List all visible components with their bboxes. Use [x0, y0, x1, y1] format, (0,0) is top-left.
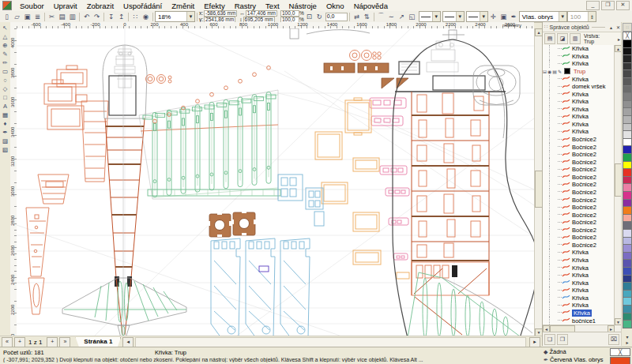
show-object-properties-icon[interactable]: ▤ [544, 33, 555, 44]
layer-row[interactable]: ⊟◉▤✎Trup [543, 68, 615, 76]
object-row[interactable]: Křivka [543, 45, 615, 53]
color-swatch[interactable] [623, 320, 632, 328]
object-row[interactable]: Křivka [543, 272, 615, 280]
outline-swatch[interactable] [610, 357, 630, 364]
edit-across-layers-icon[interactable]: ◪ [557, 33, 568, 44]
wrap-text-icon[interactable]: ◱ [407, 12, 417, 21]
object-row[interactable]: Křivka [543, 310, 615, 317]
object-row[interactable]: Bočnice2 [543, 181, 615, 189]
rotation-field[interactable]: 0,0 [325, 13, 348, 21]
smart-drawing-tool[interactable]: ✏ [1, 59, 9, 67]
print-icon[interactable]: ≣ [32, 12, 43, 21]
eye-icon[interactable]: ◉ [547, 69, 551, 74]
object-row[interactable]: Křivka [543, 279, 615, 287]
tapered-parts-left[interactable] [26, 208, 49, 314]
object-row[interactable]: Bočnice2 [543, 242, 615, 250]
position-fields[interactable]: x:-586,636 mm y:2541,86 mm [199, 10, 237, 24]
object-row[interactable]: Bočnice2 [543, 189, 615, 197]
object-row[interactable]: Křivka [543, 249, 615, 257]
object-row[interactable]: Bočnice2 [543, 151, 615, 159]
object-row[interactable]: Křivka [543, 75, 615, 83]
text-tool[interactable]: A [1, 103, 9, 111]
palette-expand-icon[interactable]: ▸ [622, 340, 632, 346]
docker-flyout-icon[interactable]: ▸ [618, 36, 620, 42]
zoom-level-combo[interactable]: 18%▼ [155, 11, 195, 22]
page-tab[interactable]: Stránka 1 [75, 337, 121, 347]
object-row[interactable]: Křivka [543, 257, 615, 265]
palette-handle-icon[interactable]: ∷ [623, 23, 632, 32]
object-row[interactable]: domek vršek [543, 83, 615, 91]
object-row[interactable]: Křivka [543, 53, 615, 61]
convert-to-curves-icon[interactable]: ⌒ [376, 12, 386, 21]
hscroll-left-icon[interactable]: ◂ [122, 337, 134, 347]
object-row[interactable]: Křivka [543, 302, 615, 310]
fin-ribs-green[interactable] [408, 272, 532, 336]
freehand-tool[interactable]: ✎ [1, 51, 9, 58]
mirror-vertical-icon[interactable]: ⇅ [362, 12, 372, 21]
docker-collapse-icon[interactable]: ▴ [608, 24, 615, 30]
end-arrowhead-select[interactable]: ▼ [466, 11, 488, 22]
object-tree[interactable]: KřivkaKřivkaKřivka⊟◉▤✎TrupKřivkadomek vr… [543, 45, 615, 325]
object-row[interactable]: Bočnice2 [543, 166, 615, 174]
lock-ratio-icon[interactable]: ⊡ [304, 12, 314, 21]
outline-dialog-icon[interactable]: ▣ [498, 12, 509, 21]
new-icon[interactable]: ▯ [2, 12, 12, 21]
rectangle-tool[interactable]: ▭ [1, 68, 9, 76]
interactive-fill-tool[interactable]: ▧ [1, 146, 9, 154]
tint-spinner[interactable]: 100⇕ [567, 11, 596, 22]
docker-grip-icon[interactable]: ∷ [544, 24, 547, 30]
corel-online-icon[interactable]: ◉ [141, 12, 151, 21]
scale-fields[interactable]: 100,0% 100,0% [280, 10, 304, 24]
polygon-tool[interactable]: ◇ [1, 85, 9, 93]
object-row[interactable]: Bočnice2 [543, 158, 615, 166]
minimize-button[interactable]: _ [586, 1, 600, 10]
object-row[interactable]: Bočnice2 [543, 234, 615, 242]
outline-width-combo[interactable]: Vlas. obrys▼ [519, 11, 567, 22]
object-row[interactable]: Bočnice2 [543, 204, 615, 212]
menu-zobrazit[interactable]: Zobrazit [82, 1, 118, 11]
menu-okno[interactable]: Okno [322, 1, 349, 11]
redo-icon[interactable]: ↷ [92, 12, 102, 21]
save-icon[interactable]: ▣ [22, 12, 32, 21]
add-page-after-button[interactable]: + [47, 337, 58, 347]
paste-icon[interactable]: ▥ [67, 12, 77, 21]
pencil-icon[interactable]: ✎ [558, 69, 562, 74]
misc-top-parts[interactable] [290, 28, 370, 39]
object-row[interactable]: Bočnice2 [543, 227, 615, 235]
fill-swatch[interactable]: ╳ [610, 348, 630, 356]
object-row[interactable]: Křivka [543, 98, 615, 106]
pick-tool[interactable]: ↖ [1, 24, 9, 32]
yellow-frames[interactable] [315, 98, 409, 279]
close-curve-icon[interactable]: ∼ [386, 12, 397, 21]
layer-color-swatch[interactable] [564, 68, 570, 74]
fuselage-side-view[interactable] [393, 30, 534, 336]
ellipse-tool[interactable]: ○ [1, 77, 9, 84]
add-page-before-button[interactable]: + [14, 337, 25, 347]
delete-object-icon[interactable]: ⌧ [608, 334, 619, 345]
object-row[interactable]: Křivka [543, 264, 615, 272]
object-row[interactable]: Bočnice2 [543, 174, 615, 182]
object-row[interactable]: Křivka [543, 60, 615, 68]
hscroll-right-icon[interactable]: ▸ [529, 337, 540, 347]
drawing-canvas[interactable] [17, 28, 534, 336]
layer-manager-icon[interactable]: ▥ [570, 33, 581, 44]
object-row[interactable]: Bočnice2 [543, 136, 615, 144]
wing-plan[interactable] [139, 66, 278, 199]
first-page-button[interactable]: « [2, 337, 13, 347]
wood-bars[interactable] [324, 63, 408, 88]
object-row[interactable]: Bočnice2 [543, 211, 615, 219]
chevron-down-icon[interactable]: ▼ [186, 12, 194, 21]
app-launcher-icon[interactable]: ∷ [130, 12, 141, 21]
fill-tool[interactable]: ▨ [1, 137, 9, 145]
open-icon[interactable]: ▱ [12, 12, 22, 21]
object-row[interactable]: Křivka [543, 295, 615, 302]
object-row[interactable]: Křivka [543, 113, 615, 121]
object-row[interactable]: Bočnice2 [543, 196, 615, 204]
outline-tool[interactable]: ✒ [1, 129, 9, 137]
copy-icon[interactable]: ▤ [57, 12, 67, 21]
canvas-hscrollbar[interactable] [135, 337, 526, 347]
object-row[interactable]: Křivka [543, 128, 615, 136]
menu-upravit[interactable]: Upravit [49, 1, 82, 11]
menu-nápověda[interactable]: Nápověda [349, 1, 393, 11]
import-icon[interactable]: ↧ [106, 12, 116, 21]
